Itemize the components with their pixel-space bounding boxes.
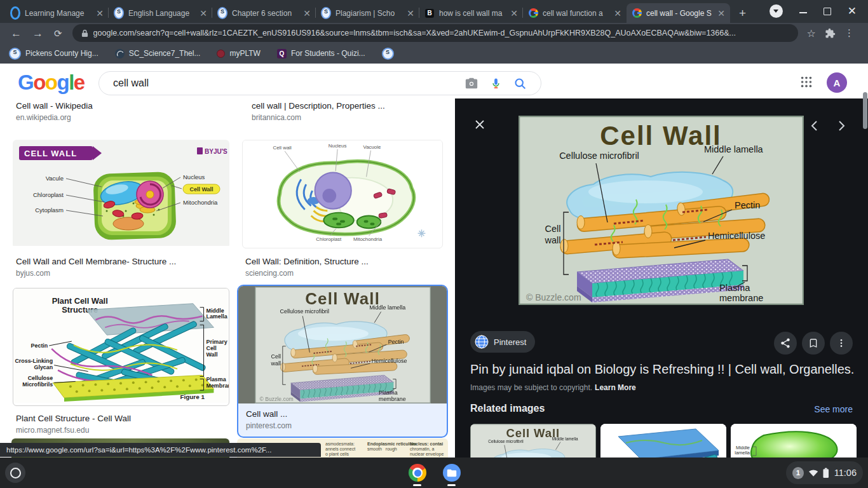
account-avatar[interactable]: A — [827, 72, 847, 93]
byjus-logo-label: BYJU'S — [205, 148, 227, 155]
result-title[interactable]: cell wall | Description, Properties ... — [252, 101, 385, 111]
google-logo[interactable]: Google — [18, 71, 85, 95]
learn-more-link[interactable]: Learn More — [595, 383, 636, 392]
visit-pinterest-button[interactable]: Pinterest — [470, 331, 535, 353]
result-domain: en.wikipedia.org — [16, 113, 93, 122]
tab-close-icon[interactable]: ✕ — [614, 9, 621, 18]
previous-image-chevron-icon[interactable] — [808, 119, 821, 135]
tab-title: Chapter 6 section — [232, 9, 299, 18]
browser-menu-kebab-icon[interactable]: ⋮ — [844, 27, 854, 39]
tab-close-icon[interactable]: ✕ — [407, 9, 414, 18]
label-cross-linking-glycan: Cross-Linking — [15, 358, 53, 364]
bookmark-mypltw[interactable]: myPLTW — [217, 49, 260, 58]
tab-close-icon[interactable]: ✕ — [510, 9, 518, 18]
preview-image-cell-wall-diagram[interactable]: Cell Wall — [519, 116, 804, 305]
buzzle-credit: © Buzzle.com — [526, 292, 581, 302]
copyright-notice: Images may be subject to copyright.Learn… — [470, 383, 636, 392]
tab-english-language[interactable]: S English Language ✕ — [109, 3, 212, 23]
bookmark-schoology-icon-only[interactable]: S — [382, 48, 394, 60]
tab-close-icon[interactable]: ✕ — [303, 9, 311, 18]
result-title[interactable]: Cell wall - Wikipedia — [16, 101, 93, 111]
globe-favicon-icon — [115, 49, 125, 58]
google-apps-grid-icon[interactable] — [799, 75, 813, 92]
preview-title-link[interactable]: Pin by junaid iqbal on Biology is Refres… — [470, 362, 855, 377]
extensions-puzzle-icon[interactable] — [825, 28, 836, 39]
bookmark-quizizz[interactable]: Q For Students - Quizi... — [277, 49, 365, 58]
result-thumbnail[interactable]: Plant Cell Wall Structure — [13, 288, 229, 406]
tab-search-button[interactable] — [770, 4, 783, 18]
folder-icon — [447, 469, 457, 477]
system-tray[interactable]: 1 11:06 — [786, 461, 863, 484]
result-card-pinterest-selected[interactable]: Cell wall ... pinterest.com — [237, 285, 448, 438]
bookmark-label: For Students - Quizi... — [291, 49, 365, 58]
search-submit-magnifier-icon[interactable] — [513, 77, 527, 90]
fragment-text-er: Endoplasmic reticulum smooth rough — [367, 442, 416, 452]
close-preview-icon[interactable] — [474, 119, 485, 133]
tab-close-icon[interactable]: ✕ — [200, 9, 207, 18]
result-card-sciencing[interactable]: Cell wall Nucleus Vacuole Chloroplast Mi… — [242, 140, 443, 278]
search-box[interactable]: cell wall — [98, 71, 541, 95]
result-thumbnail[interactable]: Cell wall Nucleus Vacuole Chloroplast Mi… — [242, 140, 443, 248]
search-by-image-camera-icon[interactable] — [465, 76, 478, 90]
more-options-button[interactable] — [830, 332, 853, 355]
label-middle-lamella2: Lamella — [207, 313, 227, 320]
tab-cell-wall-function[interactable]: cell wal function a ✕ — [523, 3, 627, 23]
bookmark-star-icon[interactable]: ☆ — [807, 27, 816, 39]
share-button[interactable] — [774, 332, 797, 355]
result-title[interactable]: Cell Wall: Definition, Structure ... — [245, 257, 443, 266]
chrome-app-icon[interactable] — [409, 464, 426, 482]
save-bookmark-button[interactable] — [802, 332, 825, 355]
forward-button-icon[interactable]: → — [32, 28, 43, 39]
source-label: Pinterest — [494, 337, 526, 347]
tab-close-icon[interactable]: ✕ — [96, 9, 104, 18]
result-title[interactable]: Plant Cell Structure - Cell Wall — [16, 414, 229, 423]
label-nucleus: Nucleus — [329, 143, 347, 149]
label-cellulose-microfibrils: Cellulose — [28, 375, 53, 381]
result-thumbnail[interactable] — [238, 286, 447, 403]
globe-icon — [475, 335, 489, 349]
back-button-icon[interactable]: ← — [11, 28, 22, 39]
scrollbar-thumb[interactable] — [863, 92, 867, 129]
label-cell-wall-line1: Cell — [545, 224, 561, 234]
fragment-text-nucleus: Nucleus: contaichromatin, anuclear envel… — [410, 442, 444, 457]
schoology-favicon-icon: S — [114, 8, 124, 18]
result-card-byjus[interactable]: CELL WALL BYJU'S Vacule Chloroplast — [13, 140, 229, 278]
close-window-button[interactable]: ✕ — [848, 6, 857, 17]
see-more-link[interactable]: See more — [814, 404, 853, 414]
next-image-chevron-icon[interactable] — [835, 119, 848, 135]
related-images-heading: Related images — [470, 403, 545, 414]
lock-icon — [81, 29, 88, 37]
bookmark-pickens-county[interactable]: S Pickens County Hig... — [9, 48, 98, 60]
bookmark-sc-science7[interactable]: SC_Science7_Thel... — [115, 49, 201, 58]
voice-search-mic-icon[interactable] — [490, 78, 502, 90]
related-image-green-sheet[interactable]: Middle lamella Hemicellulose — [731, 424, 857, 458]
result-domain: britannica.com — [252, 113, 385, 122]
related-image-buzzle[interactable] — [470, 424, 596, 458]
minimize-window-button[interactable] — [799, 12, 807, 13]
search-query-text[interactable]: cell wall — [113, 78, 465, 89]
schoology-favicon-icon: S — [217, 8, 227, 18]
address-bar[interactable]: google.com/search?q=cell+wall&rlz=1CAEZT… — [72, 24, 798, 42]
tab-cell-wall-search-active[interactable]: cell wall - Google S ✕ — [627, 3, 730, 23]
launcher-button[interactable] — [5, 463, 25, 483]
tab-close-icon[interactable]: ✕ — [717, 9, 725, 18]
reload-button-icon[interactable]: ⟳ — [54, 29, 62, 38]
label-middle-lamella2: lamella — [735, 450, 750, 456]
result-title[interactable]: Cell wall ... — [246, 409, 439, 419]
result-caption-wikipedia[interactable]: Cell wall - Wikipedia en.wikipedia.org — [16, 101, 93, 122]
files-app-icon[interactable] — [443, 464, 461, 482]
result-title[interactable]: Cell Wall and Cell Membrane- Structure .… — [16, 257, 229, 266]
label-plasma-membrane2: Membrane — [207, 383, 229, 389]
result-card-fsu[interactable]: Plant Cell Wall Structure — [13, 288, 229, 435]
tab-chapter-6[interactable]: S Chapter 6 section ✕ — [212, 3, 316, 23]
restore-window-button[interactable] — [824, 8, 831, 15]
tab-plagiarism[interactable]: S Plagiarism | Scho ✕ — [316, 3, 419, 23]
result-caption-britannica[interactable]: cell wall | Description, Properties ... … — [252, 101, 385, 122]
result-thumbnail[interactable]: CELL WALL BYJU'S Vacule Chloroplast — [13, 140, 229, 248]
tab-brainly[interactable]: B how is cell wall ma ✕ — [419, 3, 523, 23]
tab-learning-management[interactable]: Learning Manage ✕ — [5, 3, 109, 23]
new-tab-button[interactable]: + — [739, 7, 746, 19]
label-nucleus: Nucleus — [183, 173, 205, 180]
related-image-blue-structure[interactable] — [600, 424, 726, 458]
label-primary-cell-wall2: Cell — [207, 345, 217, 351]
